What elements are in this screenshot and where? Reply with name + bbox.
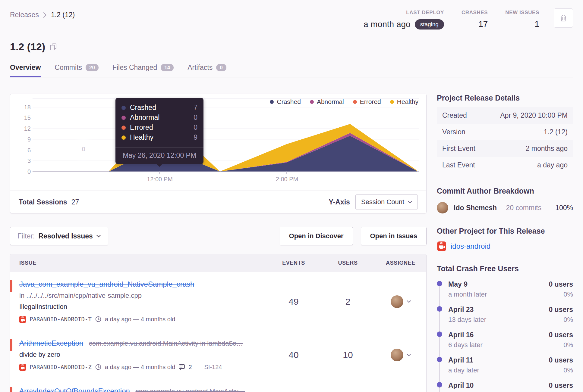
author-commit-count: 20 commits — [506, 204, 542, 212]
tooltip-healthy-label: Healthy — [130, 133, 153, 142]
copy-icon — [50, 43, 57, 51]
crashed-dot-icon — [121, 106, 126, 110]
timeline-percent: 0% — [549, 341, 573, 349]
timeline-users: 0 users — [549, 381, 573, 390]
project-slug: PARANOID-ANDROID-Z — [30, 364, 92, 370]
section-heading: Other Project for This Release — [437, 227, 573, 235]
breadcrumb-releases-link[interactable]: Releases — [10, 11, 39, 19]
issue-message: IllegalInstruction — [19, 303, 263, 311]
tooltip-crashed-value: 7 — [194, 104, 197, 112]
issue-row: Java_com_example_vu_android_NativeSample… — [10, 272, 426, 331]
open-in-discover-button[interactable]: Open in Discover — [280, 227, 353, 245]
java-project-icon — [19, 363, 26, 371]
errored-dot-icon — [353, 100, 357, 104]
legend-abnormal[interactable]: Abnormal — [310, 98, 344, 105]
issue-title-link[interactable]: Java_com_example_vu_android_NativeSample… — [19, 280, 194, 288]
issue-row: ArithmeticException com.example.vu.andro… — [10, 331, 426, 379]
filter-label: Filter: — [17, 232, 35, 240]
tab-files-changed-label: Files Changed — [112, 64, 157, 72]
timeline-item: April 11 a day later 0 users 0% — [437, 356, 573, 381]
sessions-chart-panel: 18 15 12 9 6 3 0 12:00 PM 2:00 PM Crashe… — [10, 94, 427, 213]
detail-label: Last Event — [442, 161, 475, 169]
issues-filter-dropdown[interactable]: Filter: Resolved Issues — [10, 227, 108, 245]
timeline-date: April 11 — [448, 356, 479, 364]
environment-badge: staging — [415, 19, 444, 30]
tooltip-errored-label: Errored — [130, 123, 153, 132]
project-release-details-section: Project Release Details Created Apr 9, 2… — [437, 94, 573, 173]
assignee-dropdown[interactable] — [375, 295, 426, 308]
timeline-date: May 9 — [448, 280, 487, 288]
issue-title-link[interactable]: ArrayIndexOutOfBoundsException — [19, 387, 130, 392]
project-slug: PARANOID-ANDROID-T — [30, 316, 92, 322]
issue-culprit: in ../../../../src/main/cpp/native-sampl… — [19, 292, 263, 300]
stat-last-deploy: LAST DEPLOY a month ago staging — [364, 8, 444, 30]
tab-artifacts-badge: 0 — [216, 64, 226, 71]
unresolved-level-bar — [10, 280, 12, 292]
chart-legend: Crashed Abnormal Errored Healthy — [270, 98, 418, 105]
tooltip-abnormal-value: 0 — [194, 114, 197, 122]
issues-table-header: ISSUE EVENTS USERS ASSIGNEE — [10, 254, 426, 272]
issue-users-count: 10 — [321, 350, 375, 360]
tab-files-changed[interactable]: Files Changed 14 — [112, 64, 174, 77]
crashes-label: CRASHES — [462, 10, 488, 16]
timeline-percent: 0% — [549, 316, 573, 324]
legend-abnormal-label: Abnormal — [317, 98, 344, 105]
column-issue: ISSUE — [10, 260, 266, 266]
timeline-dot-icon — [437, 306, 442, 312]
timeline-item: April 10 Release created 0 users 0% — [437, 381, 573, 392]
chart-footer: Total Sessions 27 Y-Axis Session Count — [10, 191, 426, 213]
abnormal-dot-icon — [121, 116, 126, 120]
other-project-name: idos-android — [451, 242, 490, 250]
yaxis-label: Y-Axis — [329, 198, 350, 206]
last-deploy-label: LAST DEPLOY — [406, 10, 444, 16]
copy-version-button[interactable] — [50, 43, 57, 51]
yaxis-select[interactable]: Session Count — [355, 194, 418, 210]
other-project-link[interactable]: idos-android — [437, 241, 573, 251]
column-users: USERS — [321, 260, 375, 266]
stacked-area-chart[interactable] — [10, 94, 426, 191]
delete-release-button[interactable] — [554, 8, 573, 28]
tooltip-row-errored: Errored 0 — [121, 123, 197, 132]
detail-row-first-event: First Event 2 months ago — [437, 140, 573, 157]
tab-commits-label: Commits — [55, 64, 82, 72]
tab-commits[interactable]: Commits 20 — [55, 64, 99, 77]
chevron-down-icon — [96, 235, 101, 238]
open-in-issues-button[interactable]: Open in Issues — [361, 227, 427, 245]
sessions-chart[interactable]: 18 15 12 9 6 3 0 12:00 PM 2:00 PM Crashe… — [10, 94, 426, 191]
tab-artifacts[interactable]: Artifacts 0 — [188, 64, 226, 77]
issue-title-link[interactable]: ArithmeticException — [19, 339, 83, 347]
detail-label: Version — [442, 128, 465, 136]
stat-crashes: CRASHES 17 — [462, 8, 488, 29]
release-sidebar: Project Release Details Created Apr 9, 2… — [437, 94, 573, 392]
column-assignee: ASSIGNEE — [375, 260, 426, 266]
comments-count: 2 — [188, 364, 192, 371]
detail-row-last-event: Last Event a day ago — [437, 157, 573, 173]
breadcrumb: Releases 1.2 (12) — [10, 11, 75, 19]
timeline-users: 0 users — [549, 306, 573, 314]
trash-icon — [559, 14, 567, 22]
java-project-icon — [19, 315, 26, 323]
timeline-sub: 13 days later — [448, 316, 486, 324]
legend-errored[interactable]: Errored — [353, 98, 381, 105]
y-tick: 6 — [18, 147, 31, 154]
tooltip-errored-value: 0 — [194, 123, 197, 132]
tooltip-row-crashed: Crashed 7 — [121, 103, 197, 113]
legend-crashed[interactable]: Crashed — [270, 98, 301, 105]
breadcrumb-current: 1.2 (12) — [51, 11, 75, 19]
assignee-dropdown[interactable] — [375, 349, 426, 361]
timeline-percent: 0% — [549, 366, 573, 374]
issue-events-count: 49 — [266, 297, 321, 307]
release-tabs: Overview Commits 20 Files Changed 14 Art… — [10, 64, 573, 77]
page-header: Releases 1.2 (12) LAST DEPLOY a month ag… — [10, 0, 573, 30]
legend-healthy[interactable]: Healthy — [390, 98, 418, 105]
healthy-dot-icon — [121, 135, 126, 140]
tab-overview[interactable]: Overview — [10, 64, 41, 77]
crashes-value: 17 — [478, 19, 488, 29]
last-deploy-value: a month ago — [364, 20, 411, 29]
crashed-dot-icon — [270, 100, 274, 104]
page-title: 1.2 (12) — [10, 41, 45, 53]
author-name: Ido Shemesh — [454, 204, 506, 212]
issue-message: divide by zero — [19, 351, 263, 359]
issues-actions-row: Filter: Resolved Issues Open in Discover… — [10, 227, 427, 245]
timeline-sub: a day later — [448, 366, 479, 374]
